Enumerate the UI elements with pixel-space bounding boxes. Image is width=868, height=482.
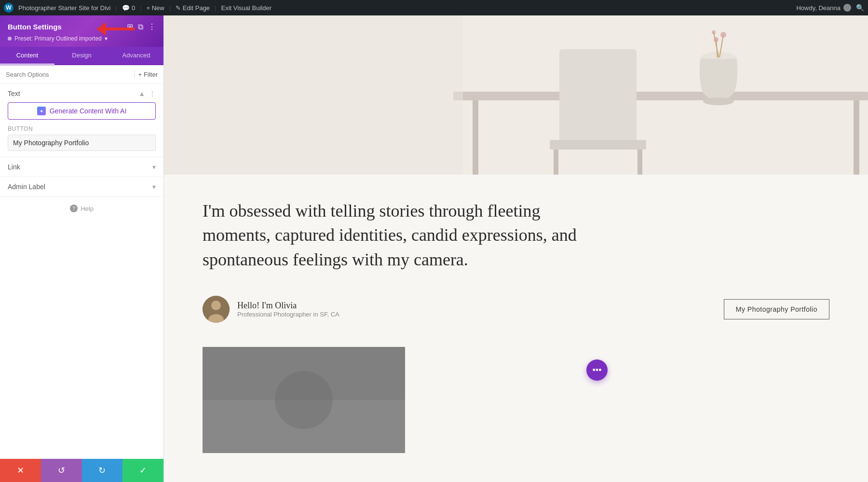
button-field-label: Button — [8, 125, 156, 132]
help-section[interactable]: ? Help — [0, 197, 163, 220]
search-row: + Filter — [0, 65, 163, 84]
svg-rect-4 — [559, 49, 637, 146]
panel-more-icon[interactable]: ⋮ — [148, 22, 156, 31]
bottom-image — [203, 347, 405, 453]
quote-text: I'm obsessed with telling stories throug… — [203, 199, 588, 272]
cancel-button[interactable]: ✕ — [0, 459, 41, 482]
site-name[interactable]: Photographer Starter Site for Divi — [18, 4, 110, 12]
edit-page-button[interactable]: ✎ Edit Page — [176, 4, 210, 12]
panel-split-icon[interactable]: ⧉ — [138, 23, 143, 31]
settings-panel: Button Settings ⊞ ⧉ ⋮ Preset: Primary Ou… — [0, 15, 164, 482]
preset-label[interactable]: Preset: Primary Outlined imported ▾ — [8, 35, 156, 42]
panel-tabs: Content Design Advanced — [0, 47, 163, 65]
link-chevron-icon: ▾ — [152, 163, 156, 171]
avatar-svg — [203, 296, 230, 323]
preset-dot — [8, 37, 12, 41]
admin-search-icon[interactable]: 🔍 — [856, 4, 864, 12]
text-section-collapse-icon[interactable]: ▲ — [138, 90, 145, 97]
floating-action-button[interactable]: ••• — [586, 359, 608, 381]
text-section-title: Text — [8, 90, 20, 97]
undo-icon: ↺ — [58, 465, 65, 476]
svg-point-15 — [712, 30, 716, 34]
admin-bar: W Photographer Starter Site for Divi | 💬… — [0, 0, 868, 15]
text-section-more-icon[interactable]: ⋮ — [149, 90, 156, 97]
panel-header: Button Settings ⊞ ⧉ ⋮ Preset: Primary Ou… — [0, 15, 163, 47]
tab-content[interactable]: Content — [0, 47, 54, 65]
hero-svg — [164, 15, 868, 175]
svg-rect-7 — [637, 150, 642, 175]
bottom-toolbar: ✕ ↺ ↻ ✓ — [0, 459, 163, 482]
help-label: Help — [81, 205, 94, 212]
admin-avatar — [843, 4, 851, 12]
admin-label-section-header[interactable]: Admin Label ▾ — [8, 183, 156, 191]
admin-label-section: Admin Label ▾ — [0, 177, 163, 197]
redo-icon: ↻ — [98, 465, 106, 476]
svg-rect-3 — [854, 100, 859, 175]
comments-count[interactable]: 💬 0 — [122, 4, 135, 12]
author-name: Hello! I'm Olivia — [237, 301, 339, 311]
hero-image — [164, 15, 868, 175]
svg-point-13 — [714, 37, 719, 42]
admin-label-chevron-icon: ▾ — [152, 183, 156, 191]
redo-button[interactable]: ↻ — [82, 459, 123, 482]
svg-rect-1 — [453, 92, 868, 100]
undo-button[interactable]: ↺ — [41, 459, 82, 482]
wordpress-logo[interactable]: W — [4, 3, 14, 13]
settings-toggle-icon[interactable]: ⊞ — [127, 22, 133, 31]
hero-image-placeholder — [164, 15, 868, 175]
exit-builder-button[interactable]: Exit Visual Builder — [221, 4, 272, 12]
svg-point-14 — [720, 32, 726, 38]
admin-label-title: Admin Label — [8, 183, 45, 191]
panel-title: Button Settings — [8, 23, 62, 31]
link-section-title: Link — [8, 163, 20, 171]
svg-point-9 — [703, 97, 734, 105]
portfolio-button[interactable]: My Photography Portfolio — [724, 299, 829, 319]
author-title: Professional Photographer in SF, CA — [237, 311, 339, 318]
author-details: Hello! I'm Olivia Professional Photograp… — [237, 301, 339, 318]
cancel-icon: ✕ — [17, 465, 24, 476]
ai-generate-label: Generate Content With AI — [50, 107, 127, 115]
save-icon: ✓ — [139, 465, 147, 476]
howdy-user: Howdy, Deanna — [796, 4, 851, 12]
bottom-image-section — [164, 337, 868, 463]
svg-point-18 — [211, 301, 221, 310]
svg-rect-5 — [550, 140, 646, 150]
author-info: Hello! I'm Olivia Professional Photograp… — [203, 296, 339, 323]
bottom-image-svg — [203, 347, 405, 453]
text-section-icons: ▲ ⋮ — [138, 90, 156, 97]
panel-body: + Filter Text ▲ ⋮ ✦ Generate Content Wit… — [0, 65, 163, 459]
svg-rect-6 — [554, 150, 558, 175]
author-avatar — [203, 296, 230, 323]
new-button[interactable]: + New — [147, 4, 164, 12]
quote-section: I'm obsessed with telling stories throug… — [164, 175, 868, 286]
button-field-value[interactable]: My Photography Portfolio — [8, 135, 156, 151]
page-preview: I'm obsessed with telling stories throug… — [164, 15, 868, 482]
link-section: Link ▾ — [0, 157, 163, 177]
author-section: Hello! I'm Olivia Professional Photograp… — [164, 286, 868, 337]
text-section: Text ▲ ⋮ ✦ Generate Content With AI Butt… — [0, 84, 163, 157]
svg-rect-2 — [473, 100, 478, 175]
fab-icon: ••• — [593, 365, 602, 375]
panel-header-actions: ⊞ ⧉ ⋮ — [127, 22, 156, 31]
link-section-header[interactable]: Link ▾ — [8, 163, 156, 171]
svg-rect-16 — [164, 15, 463, 175]
save-button[interactable]: ✓ — [122, 459, 163, 482]
filter-button[interactable]: + Filter — [138, 71, 158, 78]
tab-design[interactable]: Design — [54, 47, 109, 65]
ai-generate-button[interactable]: ✦ Generate Content With AI — [8, 102, 156, 120]
ai-icon: ✦ — [37, 107, 46, 115]
svg-point-22 — [275, 371, 333, 429]
help-icon: ? — [70, 205, 78, 212]
tab-advanced[interactable]: Advanced — [109, 47, 163, 65]
search-input[interactable] — [6, 71, 130, 78]
